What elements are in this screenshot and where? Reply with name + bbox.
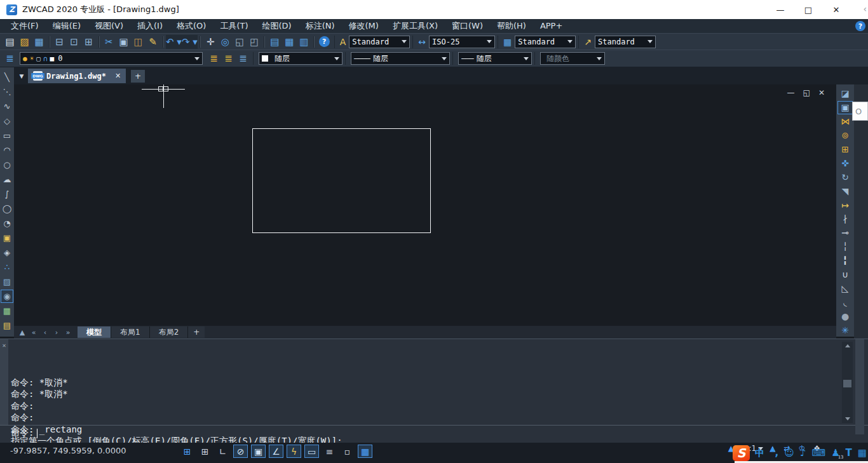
new-layout-button[interactable]: + (188, 326, 205, 338)
rectangle-tool[interactable]: ▭ (1, 129, 13, 142)
minimize-button[interactable]: — (766, 0, 794, 19)
zoom-window-button[interactable]: ◱ (233, 35, 247, 49)
tab-layout2[interactable]: 布局2 (150, 326, 189, 338)
move-tool[interactable]: ✜ (837, 156, 853, 170)
scale-tool[interactable]: ◥ (837, 184, 853, 198)
mdi-restore-button[interactable]: ◱ (803, 88, 810, 97)
hatch-tool[interactable]: ▨ (1, 275, 13, 288)
layer-unlock-icon[interactable]: ∩ (43, 55, 48, 63)
tab-drawing1[interactable]: DWG Drawing1.dwg* ✕ (28, 69, 126, 83)
undo-button[interactable]: ↶ ▾ (166, 35, 182, 49)
copy-tool[interactable]: ▣ (837, 101, 853, 114)
command-scrollbar[interactable] (842, 342, 853, 423)
construction-line-tool[interactable]: ⋱ (1, 85, 13, 98)
scroll-down-icon[interactable] (845, 417, 850, 420)
break-at-point-tool[interactable]: ╎ (837, 240, 853, 253)
point-tool[interactable]: ∴ (1, 260, 13, 274)
linetype-combo[interactable]: ———— 随层 (351, 52, 450, 65)
mdi-close-button[interactable]: ✕ (818, 88, 825, 97)
menu-dimension[interactable]: 标注(N) (299, 19, 342, 33)
menu-modify[interactable]: 修改(M) (342, 19, 386, 33)
chevron-down-icon[interactable] (334, 57, 339, 60)
toolbar-button[interactable] (46, 35, 52, 49)
menu-window[interactable]: 窗口(W) (445, 19, 490, 33)
layer-previous-button[interactable]: ≣ (221, 51, 236, 65)
menu-app-plus[interactable]: APP+ (533, 19, 569, 33)
chevron-down-icon[interactable] (194, 57, 200, 60)
grid-toggle[interactable]: ⊞ (198, 445, 212, 458)
insert-block-tool[interactable]: ▣ (1, 231, 13, 245)
plotstyle-combo[interactable]: 随颜色 (540, 52, 605, 65)
format-painter-button[interactable]: ✎ (146, 35, 160, 49)
new-tab-button[interactable]: + (131, 70, 145, 83)
close-button[interactable]: ✕ (822, 0, 850, 19)
plot-preview-button[interactable]: ⊡ (67, 35, 81, 49)
menu-edit[interactable]: 编辑(E) (46, 19, 88, 33)
quick-properties-toggle[interactable]: ≡ (322, 445, 337, 458)
layer-thaw-icon[interactable]: ☀ (30, 55, 34, 63)
chevron-down-icon[interactable] (648, 40, 653, 43)
ime-keyboard-icon[interactable]: ⌨ (811, 447, 825, 459)
otrack-toggle[interactable]: ∠ (269, 445, 283, 458)
toolbar-button[interactable] (160, 35, 166, 49)
sogou-logo-icon[interactable]: S (733, 445, 750, 461)
menu-format[interactable]: 格式(O) (170, 19, 213, 33)
mleader-style-combo[interactable]: Standard (595, 36, 656, 48)
layout-first[interactable]: « (28, 326, 39, 338)
layers-manager-button[interactable]: ≣ (3, 51, 17, 65)
menu-view[interactable]: 视图(V) (88, 19, 130, 33)
toolbar-button[interactable] (311, 35, 317, 49)
extend-tool[interactable]: ⊸ (837, 226, 853, 239)
color-combo[interactable]: 随层 (259, 52, 342, 65)
help-icon[interactable]: ? (855, 21, 865, 31)
text-style-combo[interactable]: Standard (349, 36, 410, 48)
mirror-tool[interactable]: ⋈ (837, 115, 853, 128)
ortho-toggle[interactable]: ∟ (215, 445, 230, 458)
selection-cycling-toggle[interactable]: ▫ (340, 445, 355, 458)
zoom-previous-button[interactable]: ◰ (247, 35, 262, 49)
stretch-tool[interactable]: ↦ (837, 198, 853, 211)
donut-tool[interactable]: ◉ (1, 290, 13, 303)
circle-tool[interactable]: ○ (1, 158, 13, 171)
menu-tools[interactable]: 工具(T) (213, 19, 255, 33)
chamfer-tool[interactable]: ◺ (837, 281, 853, 295)
ime-toolbox-icon[interactable]: ▦ (858, 447, 867, 459)
zoom-realtime-button[interactable]: ◎ (218, 35, 233, 49)
snap-toggle[interactable]: ⊞ (180, 445, 194, 458)
properties-palette-button[interactable]: ▤ (268, 35, 282, 49)
polyline-tool[interactable]: ∿ (1, 100, 13, 113)
table-tool[interactable]: ▦ (1, 304, 13, 318)
ime-account-icon[interactable]: ♟ 13 (831, 447, 839, 459)
publish-button[interactable]: ⊞ (81, 35, 96, 49)
drawn-rectangle[interactable] (252, 128, 431, 233)
layer-on-icon[interactable]: ● (23, 55, 27, 63)
ime-voice-icon[interactable]: ♪ (800, 447, 806, 459)
lineweight-toggle[interactable]: ▭ (304, 445, 319, 458)
revision-cloud-tool[interactable]: ☁ (1, 173, 13, 186)
menu-file[interactable]: 文件(F) (4, 19, 46, 33)
region-tool[interactable]: ▤ (1, 319, 13, 332)
ime-language-icon[interactable]: 中 (755, 447, 764, 459)
redo-button[interactable]: ↷ ▾ (182, 35, 198, 49)
polygon-tool[interactable]: ◇ (1, 114, 13, 128)
line-tool[interactable]: ╲ (1, 70, 13, 84)
explode-tool[interactable]: ✳ (837, 323, 853, 337)
layer-color-swatch[interactable]: ■ (50, 55, 55, 63)
chevron-down-icon[interactable] (567, 40, 573, 43)
rotate-tool[interactable]: ↻ (837, 170, 853, 184)
menu-help[interactable]: 帮助(H) (490, 19, 533, 33)
scrollbar-thumb[interactable] (843, 380, 851, 387)
open-file-button[interactable]: ▨ (17, 35, 32, 49)
layer-states-button[interactable]: ≣ (236, 51, 250, 65)
chevron-down-icon[interactable] (597, 57, 602, 60)
scroll-up-icon[interactable] (845, 344, 850, 347)
layer-vp-icon[interactable]: ▢ (36, 55, 41, 63)
array-tool[interactable]: ⊞ (837, 143, 853, 156)
cut-button[interactable]: ✂ (102, 35, 116, 49)
polar-toggle[interactable]: ⊘ (233, 445, 248, 458)
dynamic-input-toggle[interactable]: ϟ (287, 445, 301, 458)
copy-button[interactable]: ▣ (116, 35, 131, 49)
layout-last[interactable]: » (62, 326, 74, 338)
edge-chevron-icon[interactable]: ‹ (863, 4, 867, 14)
designcenter-button[interactable]: ▦ (282, 35, 297, 49)
